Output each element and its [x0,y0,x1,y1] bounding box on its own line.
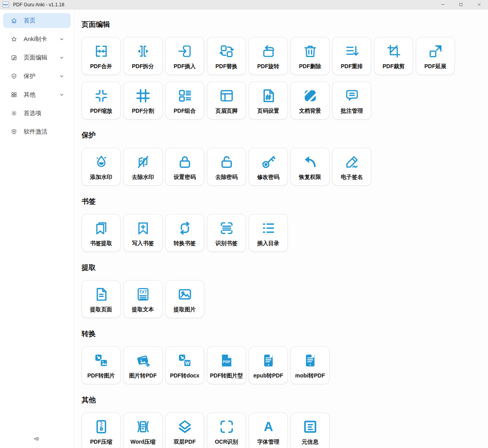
bookmark-convert-icon [177,214,193,240]
tool-label: 文档背景 [299,108,321,115]
tool-card[interactable]: 写入书签 [123,214,162,252]
sidebar-item-protect[interactable]: 保护 [3,69,71,84]
bookmark-add-icon [135,214,151,240]
tool-card[interactable]: PDF缩放 [82,82,121,119]
key-icon [260,148,277,174]
pdf-rotate-icon [260,37,277,63]
tool-card[interactable]: 元信息 [291,413,330,448]
tool-card[interactable]: 转换书签 [165,214,204,252]
tool-card[interactable]: PDF分割 [123,82,162,119]
lock-icon [177,148,193,174]
tool-card[interactable]: Word压缩 [123,413,162,448]
tool-card[interactable]: 批注管理 [332,82,371,119]
tool-label: 提取图片 [174,306,196,313]
tool-card[interactable]: 插入目录 [249,214,288,252]
tool-card[interactable]: mobi转PDF [291,346,330,384]
maximize-button[interactable] [452,0,470,9]
tool-card[interactable]: epub转PDF [249,346,288,384]
tool-card[interactable]: 页码设置 [249,82,288,119]
main-content: 页面编辑PDF合并PDF拆分PDF插入PDF替换PDF旋转PDF删除PDF重排P… [74,9,488,448]
tool-label: PDF删除 [299,63,321,70]
unlock-icon [218,148,235,174]
tool-card[interactable]: PDFPDF转图片型 [207,346,246,384]
chevron-down-icon[interactable] [59,74,64,79]
tool-card[interactable]: 电子签名 [332,148,371,186]
tool-card[interactable]: 添加水印 [82,148,121,186]
tool-card[interactable]: OCR识别 [207,413,246,448]
window-controls [434,0,488,9]
ebook-icon [260,347,277,372]
grid-icon [11,91,17,98]
tool-label: PDF压缩 [90,439,112,446]
sidebar-item-label: Anki制卡 [24,35,47,43]
sidebar-item-other[interactable]: 其他 [3,87,71,102]
tool-card[interactable]: PDF合并 [82,37,121,75]
tool-card[interactable]: PDF延展 [416,37,455,75]
tool-label: 书签提取 [90,240,112,247]
tool-card[interactable]: 提取图片 [165,280,204,318]
sidebar-item-label: 首页 [24,17,35,24]
tool-card[interactable]: PDF替换 [207,37,246,75]
tool-card[interactable]: PDF压缩 [82,413,121,448]
tool-card[interactable]: 双层PDF [165,413,204,448]
tool-card[interactable]: 恢复权限 [291,148,330,186]
tool-card[interactable]: 去除密码 [207,148,246,186]
tool-grid: 添加水印印去除水印设置密码去除密码修改密码恢复权限电子签名 [82,148,481,186]
tool-card[interactable]: PDF拆分 [123,37,162,75]
tool-card[interactable]: PDF删除 [291,37,330,75]
doc-background-icon [302,82,319,108]
pdf-replace-icon [218,37,235,63]
tool-card[interactable]: A字体管理 [249,413,288,448]
sidebar-item-label: 软件激活 [24,128,47,136]
sidebar-item-activation[interactable]: 软件激活 [3,124,71,139]
tool-card[interactable]: PDF裁剪 [374,37,413,75]
chevron-down-icon[interactable] [59,55,64,60]
tool-grid: PDF合并PDF拆分PDF插入PDF替换PDF旋转PDF删除PDF重排PDF裁剪… [82,37,481,119]
signature-icon [344,148,360,174]
gear-icon [11,110,17,117]
ebook-icon [302,347,319,372]
watermark-remove-icon: 印 [135,148,151,174]
tool-card[interactable]: PDF重排 [332,37,371,75]
tool-card[interactable]: 修改密码 [249,148,288,186]
chevron-down-icon[interactable] [59,37,64,42]
tool-card[interactable]: PDF插入 [165,37,204,75]
tool-label: PDF转图片型 [210,372,243,379]
minimize-button[interactable] [434,0,452,9]
sidebar-item-page-edit[interactable]: 页面编辑 [3,50,71,65]
section-title: 页面编辑 [82,20,481,29]
tool-card[interactable]: 印去除水印 [123,148,162,186]
tool-card[interactable]: 设置密码 [165,148,204,186]
tool-card[interactable]: 书签提取 [82,214,121,252]
tool-card[interactable]: PDF旋转 [249,37,288,75]
collapse-sidebar-icon[interactable] [33,436,41,443]
chevron-down-icon[interactable] [59,92,64,97]
tool-card[interactable]: 页眉页脚 [207,82,246,119]
sidebar-item-preferences[interactable]: 首选项 [3,106,71,121]
pdf-reorder-icon [344,37,360,63]
tool-card[interactable]: 识别书签 [207,214,246,252]
tool-card[interactable]: PDF组合 [165,82,204,119]
tool-label: 提取文本 [132,306,154,313]
tool-card[interactable]: PDF转图片 [82,346,121,384]
ocr-icon [218,413,235,439]
sidebar-item-anki-cards[interactable]: Anki制卡 [3,32,71,46]
tool-label: PDF旋转 [257,63,279,70]
tool-card[interactable]: 图片转PDF [123,346,162,384]
tool-card[interactable]: 文档背景 [291,82,330,119]
sidebar-item-home[interactable]: 首页 [3,13,71,28]
tool-card[interactable]: 提取页面 [82,280,121,318]
home-icon [11,17,17,24]
tool-card[interactable]: TXT提取文本 [123,280,162,318]
tool-label: PDF替换 [216,63,238,70]
tool-label: PDF合并 [90,63,112,70]
svg-text:W: W [185,361,190,366]
tool-label: PDF重排 [341,63,363,70]
pdf-crop-icon [386,37,402,63]
tool-label: PDF延展 [425,63,447,70]
close-button[interactable] [470,0,488,9]
tool-label: PDF拆分 [132,63,154,70]
svg-text:PDF: PDF [223,359,231,364]
tool-label: 字体管理 [257,439,279,446]
tool-card[interactable]: WPDF转docx [165,346,204,384]
